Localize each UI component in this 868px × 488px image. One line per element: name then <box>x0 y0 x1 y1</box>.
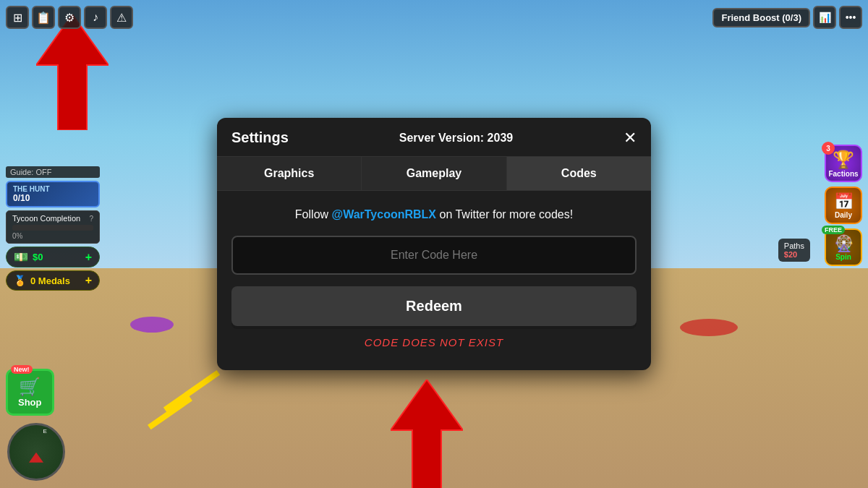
modal-body: Follow @WarTycoonRBLX on Twitter for mor… <box>217 191 651 370</box>
hunt-title: THE HUNT <box>13 185 93 193</box>
tycoon-label: Tycoon Completion <box>12 214 80 223</box>
paths-panel: Paths $20 <box>778 239 810 262</box>
code-error-message: CODE DOES NOT EXIST <box>231 336 637 348</box>
alert-icon-btn[interactable]: ⚠ <box>110 6 133 29</box>
add-money-btn[interactable]: + <box>85 251 92 264</box>
tab-graphics[interactable]: Graphics <box>217 157 362 190</box>
top-bar: ⊞ 📋 ⚙ ♪ ⚠ <box>6 6 133 29</box>
daily-label: Daily <box>835 211 852 219</box>
medal-icon: 🏅 <box>14 275 26 286</box>
gear-icon: ⚙ <box>64 11 75 25</box>
friend-boost-button[interactable]: Friend Boost (0/3) <box>712 8 810 27</box>
twitter-message: Follow @WarTycoonRBLX on Twitter for mor… <box>231 208 637 221</box>
modal-header: Settings Server Version: 2039 ✕ <box>217 118 651 157</box>
money-icon: 💵 <box>14 250 28 264</box>
red-oval <box>680 319 738 336</box>
notes-icon-btn[interactable]: 📋 <box>32 6 55 29</box>
spin-label: Spin <box>835 253 851 261</box>
paths-price: $20 <box>784 250 804 259</box>
tab-codes[interactable]: Codes <box>507 157 651 190</box>
factions-label: Factions <box>828 170 858 178</box>
minimap-compass-e: E <box>43 428 46 435</box>
minimap-player-arrow <box>29 453 43 463</box>
left-hud: Guide: OFF THE HUNT 0/10 Tycoon Completi… <box>6 166 100 291</box>
more-options-btn[interactable]: ••• <box>839 6 862 29</box>
help-icon-tycoon[interactable]: ? <box>89 215 93 223</box>
close-button[interactable]: ✕ <box>624 130 637 146</box>
spin-button[interactable]: FREE 🎡 Spin <box>825 228 862 266</box>
medals-display: 🏅 0 Medals + <box>6 270 100 291</box>
daily-button[interactable]: 📅 Daily <box>825 187 862 224</box>
hunt-box: THE HUNT 0/10 <box>6 181 100 207</box>
redeem-button[interactable]: Redeem <box>231 286 637 326</box>
svg-marker-1 <box>391 380 463 488</box>
friend-boost-area: Friend Boost (0/3) 📊 ••• <box>712 6 862 29</box>
menu-icon-btn[interactable]: ⊞ <box>6 6 29 29</box>
free-badge: FREE <box>822 226 845 234</box>
minimap: E <box>7 423 65 481</box>
shop-button[interactable]: New! 🛒 Shop <box>6 369 54 416</box>
paths-label-text: Paths <box>784 241 804 250</box>
calendar-icon: 📅 <box>834 192 854 211</box>
music-icon: ♪ <box>93 11 98 24</box>
settings-modal: Settings Server Version: 2039 ✕ Graphics… <box>217 118 651 370</box>
arrow-up-bottom-indicator <box>391 380 463 488</box>
notes-icon: 📋 <box>36 11 51 25</box>
tycoon-progress-bar <box>12 225 93 231</box>
leaderboard-icon-btn[interactable]: 📊 <box>813 6 836 29</box>
purple-oval <box>130 317 174 333</box>
guide-label: Guide: OFF <box>6 166 100 178</box>
bar-chart-icon: 📊 <box>819 12 831 23</box>
tycoon-percent: 0% <box>12 232 93 240</box>
medals-amount: 0 Medals <box>30 275 70 286</box>
server-version: Server Version: 2039 <box>399 132 513 145</box>
modal-tabs: Graphics Gameplay Codes <box>217 157 651 191</box>
factions-icon: 🏆 <box>833 150 854 170</box>
modal-title: Settings <box>231 129 289 146</box>
right-hud: 3 🏆 Factions 📅 Daily FREE 🎡 Spin <box>825 145 862 266</box>
alert-icon: ⚠ <box>116 11 127 25</box>
tab-gameplay[interactable]: Gameplay <box>362 157 506 190</box>
factions-badge: 3 <box>822 142 835 155</box>
arrow-up-indicator <box>36 14 109 130</box>
hunt-progress: 0/10 <box>13 193 93 203</box>
shop-label: Shop <box>18 397 42 408</box>
money-amount: $0 <box>33 252 43 262</box>
cart-icon: 🛒 <box>18 377 42 397</box>
add-medals-btn[interactable]: + <box>85 274 92 287</box>
tycoon-completion-box: Tycoon Completion ? 0% <box>6 210 100 244</box>
spin-icon: 🎡 <box>834 234 854 253</box>
new-badge: New! <box>11 365 33 374</box>
settings-icon-btn[interactable]: ⚙ <box>58 6 81 29</box>
dots-icon: ••• <box>846 12 856 23</box>
money-display: 💵 $0 + <box>6 247 100 267</box>
music-icon-btn[interactable]: ♪ <box>84 6 107 29</box>
grid-icon: ⊞ <box>13 11 22 25</box>
code-input[interactable] <box>231 236 637 275</box>
factions-button[interactable]: 3 🏆 Factions <box>825 145 862 182</box>
twitter-handle: @WarTycoonRBLX <box>332 208 437 221</box>
svg-marker-0 <box>36 14 109 130</box>
